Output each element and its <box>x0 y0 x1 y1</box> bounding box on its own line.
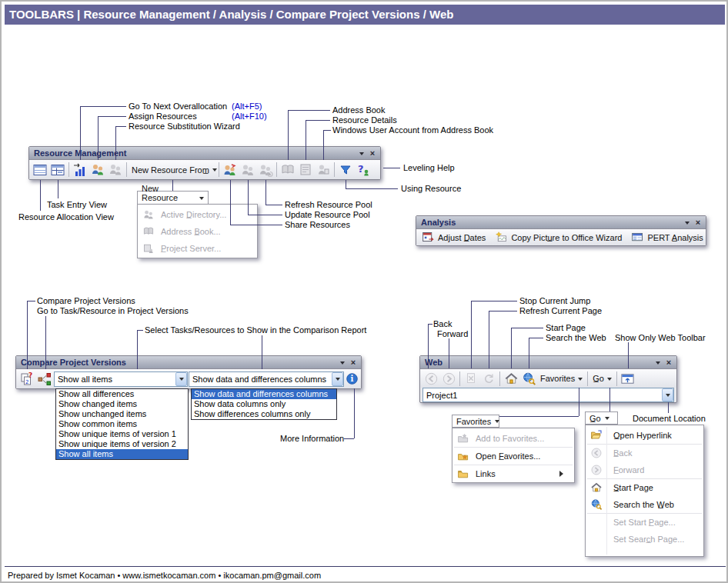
svg-text:?: ? <box>28 371 32 379</box>
combobox-dropdown-button[interactable] <box>175 372 187 386</box>
forward-button[interactable] <box>440 370 457 387</box>
callout-line <box>172 180 173 191</box>
people-gray-icon <box>142 208 155 221</box>
using-resource-button[interactable] <box>337 162 354 178</box>
task-entry-view-button[interactable] <box>49 162 66 178</box>
assign-resources-button[interactable] <box>89 162 106 178</box>
web-titlebar[interactable]: Web × <box>420 356 676 369</box>
copy-picture-button[interactable]: Copy Pictu̲re to Office Wizard <box>493 229 624 246</box>
list-item-selected[interactable]: Show data and differences columns <box>192 389 336 399</box>
go-menu-header[interactable]: G̲o <box>585 411 618 425</box>
close-icon: × <box>351 358 356 367</box>
toolbar-separator <box>276 162 277 177</box>
task-entry-view-icon <box>50 162 65 178</box>
close-button[interactable]: × <box>348 358 359 368</box>
menu-item-links[interactable]: Links <box>452 465 574 482</box>
callout-resource-details: Resource Details <box>332 115 397 125</box>
stop-gray-icon <box>464 371 478 385</box>
stop-current-jump-button[interactable] <box>463 370 479 387</box>
list-item[interactable]: Show unique items of version 2 <box>56 439 188 449</box>
search-the-web-button[interactable] <box>520 370 537 387</box>
combobox-dropdown-button[interactable] <box>332 372 343 386</box>
toolbar-options-button[interactable] <box>337 358 348 368</box>
share-resources-icon <box>222 162 238 178</box>
favorites-button[interactable]: Favorites <box>538 370 585 387</box>
start-page-button[interactable] <box>503 370 519 387</box>
back-button[interactable] <box>422 370 439 387</box>
adjust-dates-button[interactable]: Adjust D̲ates <box>419 229 488 246</box>
menu-item-open-hyperlink[interactable]: O̲pen Hyperlink <box>586 427 703 444</box>
callout-line <box>323 130 331 131</box>
new-resource-from-menu-header[interactable]: New Resource From̲ <box>137 191 209 205</box>
address-combobox[interactable]: Project1 <box>422 388 674 402</box>
callout-line <box>98 116 99 160</box>
more-information-button[interactable]: i <box>345 371 359 388</box>
toolbar-options-button[interactable] <box>682 218 693 228</box>
favorites-menu: Add to Favorites... Open F̲avorites... L… <box>452 428 575 483</box>
refresh-current-page-button[interactable] <box>480 370 497 387</box>
refresh-resource-pool-button[interactable] <box>257 162 274 178</box>
callout-line <box>323 130 324 160</box>
toolbar-options-button[interactable] <box>653 358 663 368</box>
callout-goto-overallocation: Go To Next Overallocation <box>129 102 227 111</box>
callout-line <box>354 388 355 438</box>
menu-item-open-favorites[interactable]: Open F̲avorites... <box>452 448 574 465</box>
list-item-selected[interactable]: Show all items <box>56 449 188 459</box>
chevron-down-icon <box>578 378 583 383</box>
new-resource-from-menu: Active D̲irectory... Address B̲ook... P̲… <box>137 204 258 258</box>
update-resource-pool-button[interactable] <box>239 162 256 178</box>
menu-item-label: Add to Favorites... <box>476 434 544 443</box>
menu-header-label: G̲o <box>589 414 601 423</box>
compare-buttons: 2? Show all items Show data and differen… <box>16 369 361 388</box>
callout-line <box>609 388 610 411</box>
compare-titlebar[interactable]: Compare Project Versions × <box>16 356 361 369</box>
close-button[interactable]: × <box>367 148 378 158</box>
show-columns-combobox[interactable]: Show data and differences columns <box>189 371 344 387</box>
address-book-button[interactable] <box>279 162 296 178</box>
share-resources-button[interactable] <box>222 162 239 178</box>
address-dropdown-button[interactable] <box>662 388 673 401</box>
resource-substitution-wizard-button[interactable] <box>107 162 124 178</box>
leveling-help-button[interactable]: ? <box>355 162 372 178</box>
list-item[interactable]: Show unique items of version 1 <box>56 429 188 439</box>
close-button[interactable]: × <box>663 358 674 368</box>
list-item[interactable]: Show changed items <box>56 399 188 409</box>
overallocation-chart-icon <box>72 162 88 178</box>
pert-analysis-button[interactable]: PERT A̲nalysis <box>629 229 705 246</box>
resource-allocation-view-icon <box>32 162 48 178</box>
callout-line <box>137 330 143 331</box>
close-button[interactable]: × <box>693 218 703 228</box>
list-item[interactable]: Show differences columns only <box>192 409 336 419</box>
callout-show-only-web-toolbar: Show Only Web Toolbar <box>615 333 706 342</box>
resource-allocation-view-button[interactable] <box>32 162 48 178</box>
menu-item-label: Search the W̲eb <box>613 500 674 509</box>
list-item[interactable]: Show all differences <box>56 389 188 399</box>
menu-item-label: B̲ack <box>613 448 632 458</box>
list-item[interactable]: Show common items <box>56 419 188 429</box>
windows-user-account-button[interactable] <box>315 162 332 178</box>
list-item[interactable]: Show data columns only <box>192 399 336 409</box>
menu-item-search-the-web[interactable]: Search the W̲eb <box>586 496 703 513</box>
show-only-web-toolbar-button[interactable] <box>619 370 636 387</box>
resource-management-titlebar[interactable]: Resource Management × <box>29 147 380 160</box>
favorites-menu-header[interactable]: Favorites <box>452 415 499 428</box>
analysis-titlebar[interactable]: Analysis × <box>416 216 706 229</box>
show-items-combobox[interactable]: Show all items <box>54 371 188 387</box>
list-item[interactable]: Show unchanged items <box>56 409 188 419</box>
compare-project-versions-button[interactable]: 2? <box>18 371 35 388</box>
resource-details-button[interactable] <box>297 162 314 178</box>
chevron-down-icon <box>495 420 499 425</box>
toolbar-options-button[interactable] <box>356 148 367 158</box>
shortcut-alt-f5: (Alt+F5) <box>232 102 262 111</box>
chevron-down-icon <box>359 152 364 158</box>
go-button[interactable]: G̲o <box>590 370 614 387</box>
back-circle-gray-icon <box>424 371 439 386</box>
callout-using-resource: Using Resource <box>401 184 461 193</box>
goto-task-resource-button[interactable] <box>36 371 53 388</box>
menu-item-start-page[interactable]: S̲tart Page <box>586 479 703 496</box>
people-gray-refresh-icon <box>258 162 273 178</box>
new-resource-from-button[interactable]: New Resource From̲ <box>129 162 216 178</box>
callout-line <box>58 180 58 198</box>
callout-line <box>306 120 306 160</box>
go-to-next-overallocation-button[interactable] <box>72 162 88 178</box>
